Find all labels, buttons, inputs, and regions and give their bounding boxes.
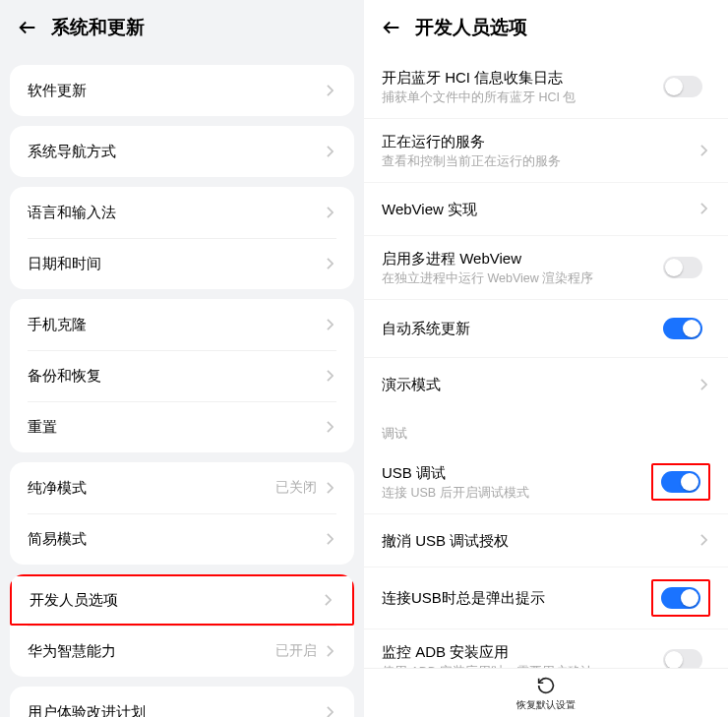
- row-label: 开发人员选项: [30, 591, 321, 610]
- back-arrow-icon: [381, 17, 402, 38]
- chevron-right-icon: [697, 378, 710, 391]
- row-text: WebView 实现: [382, 199, 697, 219]
- settings-section: 纯净模式已关闭简易模式: [10, 462, 354, 565]
- dev-option-row[interactable]: USB 调试 连接 USB 后开启调试模式: [364, 450, 728, 514]
- toggle-wrap: [651, 463, 710, 501]
- row-label: 华为智慧能力: [28, 642, 275, 661]
- header: 系统和更新: [0, 0, 364, 55]
- row-label: 重置: [28, 418, 323, 437]
- chevron-right-icon: [323, 84, 336, 97]
- settings-row[interactable]: 开发人员选项: [10, 574, 354, 626]
- row-value: 已关闭: [275, 479, 317, 497]
- settings-row[interactable]: 语言和输入法: [10, 187, 354, 238]
- refresh-icon: [535, 675, 557, 696]
- row-label: 纯净模式: [28, 479, 275, 498]
- back-button[interactable]: [372, 8, 411, 47]
- chevron-right-icon: [323, 705, 336, 717]
- chevron-right-icon: [697, 144, 710, 157]
- toggle-wrap: [651, 579, 710, 617]
- settings-section: 手机克隆备份和恢复重置: [10, 299, 354, 452]
- toggle-switch[interactable]: [661, 471, 700, 493]
- settings-row[interactable]: 用户体验改进计划: [10, 687, 354, 717]
- row-subtitle: 在独立进程中运行 WebView 渲染程序: [382, 270, 655, 287]
- page-title: 开发人员选项: [415, 15, 527, 40]
- settings-row[interactable]: 手机克隆: [10, 299, 354, 350]
- chevron-right-icon: [323, 532, 336, 546]
- chevron-right-icon: [697, 533, 710, 547]
- chevron-right-icon: [323, 257, 336, 270]
- toggle-switch[interactable]: [663, 76, 702, 97]
- row-trailing: [655, 70, 710, 103]
- restore-defaults-button[interactable]: 恢复默认设置: [364, 668, 728, 717]
- footer-label: 恢复默认设置: [516, 698, 576, 712]
- settings-section: 语言和输入法日期和时间: [10, 187, 354, 289]
- settings-row[interactable]: 日期和时间: [10, 238, 354, 289]
- dev-option-row[interactable]: 正在运行的服务 查看和控制当前正在运行的服务: [364, 119, 728, 183]
- settings-row[interactable]: 重置: [10, 401, 354, 452]
- row-text: 开启蓝牙 HCI 信息收集日志 捕获单个文件中的所有蓝牙 HCI 包: [382, 67, 655, 106]
- row-trailing: [697, 144, 710, 157]
- toggle-wrap: [655, 251, 710, 284]
- row-title: 监控 ADB 安装应用: [382, 641, 655, 662]
- row-text: 自动系统更新: [382, 318, 655, 338]
- dev-option-row[interactable]: WebView 实现: [364, 183, 728, 236]
- row-text: 演示模式: [382, 374, 697, 394]
- settings-row[interactable]: 纯净模式已关闭: [10, 462, 354, 513]
- row-text: 连接USB时总是弹出提示: [382, 587, 651, 608]
- dev-option-row[interactable]: 连接USB时总是弹出提示: [364, 568, 728, 629]
- chevron-right-icon: [323, 318, 336, 331]
- settings-row[interactable]: 简易模式: [10, 513, 354, 565]
- row-trailing: [655, 251, 710, 284]
- row-label: 手机克隆: [28, 316, 323, 334]
- toggle-switch[interactable]: [663, 318, 702, 339]
- chevron-right-icon: [323, 644, 336, 658]
- chevron-right-icon: [321, 593, 334, 607]
- toggle-wrap: [655, 70, 710, 103]
- dev-option-row[interactable]: 自动系统更新: [364, 300, 728, 358]
- dev-option-row[interactable]: 撤消 USB 调试授权: [364, 514, 728, 568]
- toggle-wrap: [655, 312, 710, 345]
- row-trailing: [651, 579, 710, 617]
- page-title: 系统和更新: [51, 15, 145, 40]
- row-label: 语言和输入法: [28, 204, 323, 222]
- row-title: 启用多进程 WebView: [382, 248, 655, 269]
- chevron-right-icon: [323, 481, 336, 495]
- developer-options-panel: 开发人员选项 开启蓝牙 HCI 信息收集日志 捕获单个文件中的所有蓝牙 HCI …: [364, 0, 728, 717]
- chevron-right-icon: [323, 420, 336, 434]
- settings-row[interactable]: 软件更新: [10, 65, 354, 116]
- row-subtitle: 连接 USB 后开启调试模式: [382, 485, 651, 502]
- row-title: 正在运行的服务: [382, 131, 697, 151]
- row-label: 简易模式: [28, 530, 323, 549]
- settings-row[interactable]: 系统导航方式: [10, 126, 354, 177]
- dev-option-row[interactable]: 开启蓝牙 HCI 信息收集日志 捕获单个文件中的所有蓝牙 HCI 包: [364, 55, 728, 119]
- system-update-panel: 系统和更新 软件更新系统导航方式语言和输入法日期和时间手机克隆备份和恢复重置纯净…: [0, 0, 364, 717]
- row-trailing: [655, 312, 710, 345]
- row-label: 用户体验改进计划: [28, 703, 323, 718]
- row-label: 系统导航方式: [28, 143, 323, 161]
- settings-row[interactable]: 备份和恢复: [10, 350, 354, 401]
- settings-section: 软件更新: [10, 65, 354, 116]
- chevron-right-icon: [697, 202, 710, 215]
- row-text: USB 调试 连接 USB 后开启调试模式: [382, 462, 651, 502]
- row-subtitle: 查看和控制当前正在运行的服务: [382, 153, 697, 170]
- row-trailing: [697, 202, 710, 215]
- row-title: 自动系统更新: [382, 318, 655, 338]
- row-title: WebView 实现: [382, 199, 697, 219]
- toggle-switch[interactable]: [661, 587, 700, 609]
- row-text: 正在运行的服务 查看和控制当前正在运行的服务: [382, 131, 697, 170]
- chevron-right-icon: [323, 369, 336, 383]
- row-title: 连接USB时总是弹出提示: [382, 587, 651, 608]
- chevron-right-icon: [323, 145, 336, 158]
- row-trailing: [697, 533, 710, 547]
- row-label: 日期和时间: [28, 255, 323, 273]
- settings-row[interactable]: 华为智慧能力已开启: [10, 626, 354, 677]
- dev-option-row[interactable]: 启用多进程 WebView 在独立进程中运行 WebView 渲染程序: [364, 236, 728, 300]
- chevron-right-icon: [323, 206, 336, 219]
- row-value: 已开启: [275, 642, 317, 660]
- back-button[interactable]: [8, 8, 47, 47]
- dev-option-row[interactable]: 演示模式: [364, 358, 728, 411]
- row-title: 开启蓝牙 HCI 信息收集日志: [382, 67, 655, 88]
- header: 开发人员选项: [364, 0, 728, 55]
- row-title: USB 调试: [382, 462, 651, 483]
- toggle-switch[interactable]: [663, 257, 702, 278]
